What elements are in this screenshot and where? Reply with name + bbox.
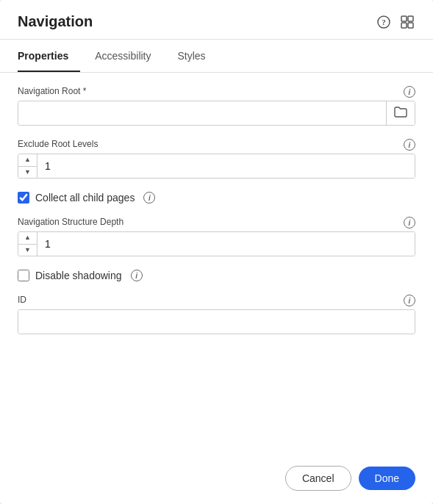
nav-structure-depth-decrement-btn[interactable]: ▼ (18, 245, 37, 256)
id-field: i ID (18, 295, 415, 334)
tab-properties[interactable]: Properties (18, 40, 80, 72)
exclude-root-decrement-btn[interactable]: ▼ (18, 167, 37, 179)
navigation-dialog: Navigation ? Properties Accessibility S (0, 0, 433, 504)
svg-text:?: ? (382, 18, 386, 26)
nav-structure-depth-input[interactable] (37, 232, 415, 256)
tab-styles[interactable]: Styles (166, 40, 218, 72)
exclude-root-levels-info-icon[interactable]: i (404, 139, 415, 151)
help-icon[interactable]: ? (376, 14, 392, 30)
collect-all-child-pages-label: Collect all child pages (35, 192, 135, 204)
id-input[interactable] (18, 310, 415, 334)
dialog-title: Navigation (18, 13, 93, 30)
navigation-root-folder-btn[interactable] (386, 101, 415, 125)
collect-all-child-pages-checkbox[interactable] (18, 192, 29, 204)
tabs-bar: Properties Accessibility Styles (0, 40, 433, 73)
cancel-button[interactable]: Cancel (285, 466, 351, 491)
exclude-root-levels-input-row: ▲ ▼ (18, 154, 415, 179)
id-input-row (18, 309, 415, 334)
nav-structure-depth-increment-btn[interactable]: ▲ (18, 232, 37, 245)
navigation-root-input[interactable] (18, 101, 386, 125)
nav-structure-depth-input-row: ▲ ▼ (18, 231, 415, 256)
navigation-structure-depth-field: i Navigation Structure Depth ▲ ▼ (18, 217, 415, 256)
svg-rect-5 (408, 23, 413, 28)
disable-shadowing-row: Disable shadowing i (18, 270, 415, 281)
svg-rect-4 (401, 23, 407, 28)
svg-rect-3 (408, 16, 413, 21)
header-icons: ? (376, 14, 415, 30)
collect-all-child-pages-row: Collect all child pages i (18, 192, 415, 204)
id-field-label: ID (18, 295, 415, 305)
svg-rect-2 (401, 16, 407, 21)
done-button[interactable]: Done (359, 467, 415, 490)
navigation-root-label: Navigation Root * (18, 86, 415, 96)
navigation-root-field: i Navigation Root * (18, 86, 415, 126)
exclude-root-levels-label: Exclude Root Levels (18, 139, 415, 149)
nav-structure-depth-spinner: ▲ ▼ (18, 232, 37, 256)
dialog-header: Navigation ? (0, 0, 433, 40)
exclude-root-increment-btn[interactable]: ▲ (18, 154, 37, 167)
disable-shadowing-info-icon[interactable]: i (131, 270, 143, 281)
dialog-footer: Cancel Done (0, 453, 433, 504)
nav-structure-depth-info-icon[interactable]: i (404, 217, 415, 228)
navigation-root-info-icon[interactable]: i (404, 86, 415, 98)
nav-structure-depth-label: Navigation Structure Depth (18, 217, 415, 227)
id-field-info-icon[interactable]: i (404, 295, 415, 306)
collect-all-child-pages-info-icon[interactable]: i (143, 192, 155, 204)
disable-shadowing-label: Disable shadowing (35, 270, 122, 281)
expand-icon[interactable] (399, 14, 415, 30)
exclude-root-levels-field: i Exclude Root Levels ▲ ▼ (18, 139, 415, 179)
exclude-root-spinner: ▲ ▼ (18, 154, 37, 178)
dialog-body: i Navigation Root * i Exclude Root Level… (0, 73, 433, 453)
folder-icon (394, 106, 407, 120)
disable-shadowing-checkbox[interactable] (18, 270, 29, 281)
tab-accessibility[interactable]: Accessibility (83, 40, 162, 72)
navigation-root-input-row (18, 101, 415, 126)
exclude-root-levels-input[interactable] (37, 154, 415, 178)
